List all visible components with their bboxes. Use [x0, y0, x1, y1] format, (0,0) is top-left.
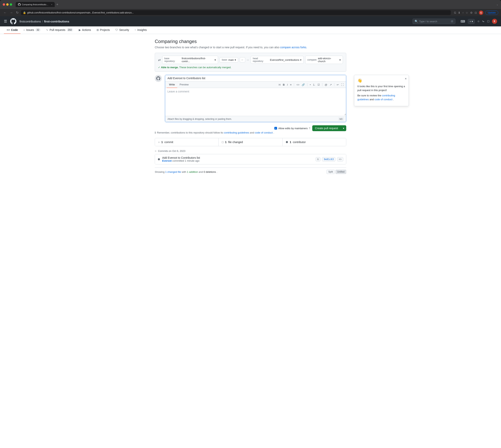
- close-window-btn[interactable]: [3, 3, 5, 6]
- toolbar-bold-btn[interactable]: B: [282, 83, 285, 87]
- address-bar: ← → ↻ 🔒 github.com/firstcontributions/fi…: [0, 9, 501, 16]
- issues-badge: 32: [35, 28, 40, 32]
- contributors-count-cell[interactable]: ⚉ 1 contributor: [282, 138, 346, 146]
- base-repo-value: firstcontributions/first-contri...: [182, 57, 214, 63]
- head-repo-select[interactable]: head repository: Everoot/first_contribut…: [251, 56, 304, 64]
- info-icon: ℹ: [155, 131, 156, 134]
- unified-view-btn[interactable]: Unified: [335, 170, 346, 174]
- download-btn[interactable]: ⬇: [458, 11, 460, 14]
- markdown-icon: MD: [338, 117, 344, 121]
- toolbar-undo-btn[interactable]: ↩: [336, 83, 340, 87]
- traffic-lights: [3, 3, 12, 6]
- commit-info: Add Everoot to Contributors list Everoot…: [162, 156, 200, 162]
- tooltip-close-btn[interactable]: ×: [405, 77, 407, 80]
- forward-btn[interactable]: →: [9, 11, 14, 15]
- additions-text: 1 addition: [187, 170, 199, 173]
- toolbar-divider-3: [322, 83, 322, 86]
- back-btn[interactable]: ←: [3, 11, 7, 15]
- issues-btn[interactable]: ○: [478, 19, 480, 23]
- files-count: 1: [225, 141, 227, 144]
- create-pull-request-btn[interactable]: Create pull request: [312, 125, 341, 131]
- toolbar-fullscreen-btn[interactable]: ⛶: [340, 83, 344, 87]
- nav-item-actions[interactable]: ▶ Actions: [76, 26, 94, 34]
- nav-item-pull-requests[interactable]: ⤷ Pull requests 202: [43, 26, 76, 34]
- issues-nav-icon: ○: [23, 28, 25, 32]
- allow-edits-checkbox[interactable]: ✓: [274, 127, 277, 129]
- terminal-btn[interactable]: ⌨: [461, 19, 465, 23]
- changed-file-link[interactable]: 1 changed file: [165, 170, 181, 173]
- nav-item-code[interactable]: <> Code: [4, 26, 20, 34]
- base-repo-label: base repository:: [164, 57, 181, 63]
- repo-owner[interactable]: firstcontributions: [19, 20, 41, 23]
- files-count-cell[interactable]: □ 1 file changed: [219, 138, 282, 146]
- tab-write[interactable]: Write: [167, 81, 177, 88]
- toolbar-task-btn[interactable]: ☑: [317, 83, 321, 87]
- google-btn[interactable]: G: [454, 11, 456, 14]
- tooltip-note: Be sure to review the contributing guide…: [357, 94, 406, 101]
- copy-hash-btn[interactable]: ⎘: [315, 157, 320, 161]
- tooltip-text: It looks like this is your first time op…: [357, 84, 406, 92]
- compare-more-options[interactable]: ···: [247, 58, 249, 61]
- split-view-btn[interactable]: Split: [327, 170, 334, 174]
- compare-branch-select[interactable]: compare: add-alonzo-church ▾: [305, 56, 343, 64]
- head-repo-value: Everoot/first_contributions: [270, 58, 299, 61]
- toolbar-heading-btn[interactable]: H: [278, 83, 281, 87]
- reader-mode-btn[interactable]: ⊡: [475, 11, 477, 14]
- toolbar-mention-btn[interactable]: @: [324, 83, 328, 87]
- new-tab-btn[interactable]: +: [56, 2, 58, 7]
- create-pr-dropdown-btn[interactable]: ▾: [341, 125, 346, 131]
- nav-item-security[interactable]: 🛡 Security: [112, 26, 132, 34]
- code-of-conduct-link-tooltip[interactable]: code of conduct: [375, 98, 392, 101]
- inbox-btn[interactable]: □: [487, 19, 489, 23]
- compare-forks-link[interactable]: compare across forks.: [280, 46, 307, 49]
- pr-comment-textarea[interactable]: [165, 88, 346, 115]
- hamburger-icon[interactable]: ☰: [4, 19, 7, 23]
- browser-chevron-icon[interactable]: ⌄: [496, 3, 498, 6]
- nav-item-insights[interactable]: ~ Insights: [132, 26, 149, 34]
- nav-item-projects[interactable]: ⊞ Projects: [94, 26, 113, 34]
- bookmark-btn[interactable]: ☆: [466, 11, 468, 14]
- toolbar-ordered-list-btn[interactable]: ≡: [289, 83, 293, 87]
- toolbar-italic-btn[interactable]: I: [286, 83, 289, 87]
- refresh-btn[interactable]: ↻: [15, 10, 19, 15]
- minimize-window-btn[interactable]: [6, 3, 9, 6]
- code-of-conduct-link[interactable]: code of conduct: [255, 131, 273, 134]
- compare-branch-dropdown-icon: ▾: [339, 58, 341, 61]
- commits-summary: ○ 1 commit □ 1 file changed ⚉ 1 contribu…: [155, 138, 346, 146]
- attach-text: Attach files by dragging & dropping, sel…: [168, 118, 232, 120]
- contributing-guidelines-link[interactable]: contributing guidelines: [224, 131, 249, 134]
- base-repo-select[interactable]: base repository: firstcontributions/firs…: [162, 56, 218, 64]
- repo-name[interactable]: first-contributions: [44, 20, 69, 23]
- user-avatar-small[interactable]: E: [479, 11, 483, 15]
- help-icon[interactable]: ?: [309, 127, 310, 130]
- toolbar-code-btn[interactable]: <>: [296, 83, 300, 87]
- commit-title: Add Everoot to Contributors list: [162, 156, 200, 159]
- pr-title-input[interactable]: [165, 75, 346, 81]
- toolbar-ref-btn[interactable]: ↗: [329, 83, 333, 87]
- commits-date-icon: ○: [155, 149, 156, 152]
- commits-cell-icon: ○: [158, 141, 160, 144]
- base-branch-select[interactable]: base: main ▾: [220, 57, 238, 63]
- maximize-window-btn[interactable]: [10, 3, 12, 6]
- toolbar-numbered-btn[interactable]: 1.: [312, 83, 316, 87]
- commit-hash[interactable]: 9e81c63: [322, 157, 335, 161]
- share-btn[interactable]: ↑: [462, 11, 464, 14]
- pull-requests-btn[interactable]: ⤷: [482, 19, 485, 23]
- commit-author-name[interactable]: Everoot: [162, 159, 172, 162]
- commits-count-cell[interactable]: ○ 1 commit: [155, 138, 219, 146]
- extensions-btn[interactable]: ⚙: [470, 11, 473, 14]
- browse-files-btn[interactable]: <>: [337, 157, 343, 161]
- user-avatar[interactable]: E: [492, 19, 497, 24]
- tab-close-btn[interactable]: ×: [51, 3, 52, 6]
- update-browser-btn[interactable]: Update: [485, 11, 498, 15]
- nav-item-issues[interactable]: ○ Issues 32: [20, 26, 43, 34]
- url-bar[interactable]: 🔒 github.com/firstcontributions/first-co…: [21, 10, 451, 15]
- files-changed-text: Showing 1 changed file with 1 addition a…: [155, 170, 217, 173]
- create-new-btn[interactable]: + ▾: [468, 19, 475, 24]
- tab-preview[interactable]: Preview: [177, 81, 191, 88]
- tab-bar: Comparing firstcontributions:m... × +: [16, 2, 495, 7]
- toolbar-bullet-btn[interactable]: •: [309, 83, 312, 87]
- toolbar-link-btn[interactable]: 🔗: [301, 83, 306, 87]
- global-search[interactable]: 🔍 Type / to search /: [412, 18, 455, 24]
- active-tab[interactable]: Comparing firstcontributions:m... ×: [16, 2, 55, 7]
